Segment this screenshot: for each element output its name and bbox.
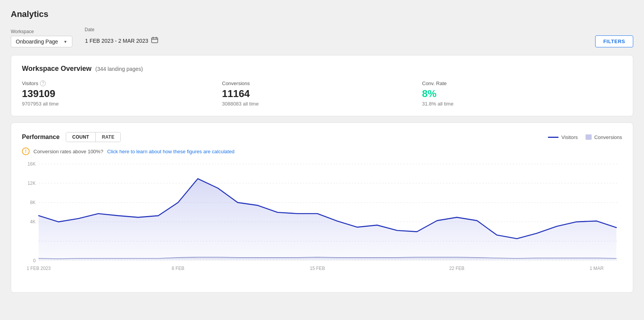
svg-rect-0	[152, 38, 158, 43]
metric-conversions-sub: 3088083 all time	[222, 101, 422, 107]
metric-visitors: Visitors ? 139109 9707953 all time	[22, 80, 222, 107]
chevron-down-icon: ▼	[63, 40, 67, 44]
legend-conversions-label: Conversions	[594, 134, 622, 140]
workspace-overview-card: Workspace Overview (344 landing pages) V…	[11, 55, 633, 116]
metric-conversions: Conversions 11164 3088083 all time	[222, 80, 422, 107]
info-icon[interactable]: ?	[40, 80, 46, 86]
date-value: 1 FEB 2023 - 2 MAR 2023	[85, 38, 148, 44]
svg-text:15 FEB: 15 FEB	[310, 265, 325, 271]
legend-visitors-label: Visitors	[561, 134, 577, 140]
warning-icon: !	[22, 147, 30, 155]
overview-header: Workspace Overview (344 landing pages)	[22, 65, 622, 73]
workspace-control: Workspace Onboarding Page ▼	[11, 29, 72, 47]
performance-title: Performance	[22, 134, 60, 141]
metric-conv-rate-sub: 31.8% all time	[422, 101, 622, 107]
svg-text:12K: 12K	[27, 181, 36, 186]
controls-row: Workspace Onboarding Page ▼ Date 1 FEB 2…	[11, 27, 633, 47]
svg-text:8K: 8K	[30, 200, 36, 206]
tab-count[interactable]: COUNT	[66, 132, 95, 142]
tab-group: COUNT RATE	[66, 132, 121, 142]
overview-title: Workspace Overview	[22, 65, 92, 73]
chart-area: 16K 12K 8K 4K 0 1 FEB 2023 8 FEB	[22, 160, 622, 283]
metrics-row: Visitors ? 139109 9707953 all time Conve…	[22, 80, 622, 107]
date-picker[interactable]: 1 FEB 2023 - 2 MAR 2023	[85, 34, 158, 47]
performance-card: Performance COUNT RATE Visitors Conversi…	[11, 122, 633, 293]
chart-legend: Visitors Conversions	[548, 134, 622, 140]
metric-visitors-sub: 9707953 all time	[22, 101, 222, 107]
filters-button[interactable]: FILTERS	[595, 35, 633, 47]
page-title: Analytics	[11, 9, 633, 19]
svg-text:8 FEB: 8 FEB	[172, 265, 184, 271]
metric-conv-rate-label: Conv. Rate	[422, 80, 622, 86]
calendar-icon	[151, 37, 158, 45]
info-banner-text: Conversion rates above 100%?	[33, 149, 103, 154]
metric-visitors-label: Visitors ?	[22, 80, 222, 86]
metric-conversions-label: Conversions	[222, 80, 422, 86]
metric-conv-rate: Conv. Rate 8% 31.8% all time	[422, 80, 622, 107]
svg-text:22 FEB: 22 FEB	[449, 265, 465, 271]
svg-text:4K: 4K	[30, 219, 36, 225]
svg-text:1 FEB 2023: 1 FEB 2023	[27, 265, 51, 271]
legend-conversions: Conversions	[586, 134, 622, 140]
info-banner-link[interactable]: Click here to learn about how these figu…	[107, 149, 234, 154]
svg-text:0: 0	[33, 258, 36, 263]
metric-conversions-value: 11164	[222, 88, 422, 100]
performance-header: Performance COUNT RATE Visitors Conversi…	[22, 132, 622, 142]
metric-visitors-value: 139109	[22, 88, 222, 100]
date-control: Date 1 FEB 2023 - 2 MAR 2023	[85, 27, 158, 47]
legend-visitors-line	[548, 137, 559, 138]
legend-visitors: Visitors	[548, 134, 577, 140]
chart-svg: 16K 12K 8K 4K 0 1 FEB 2023 8 FEB	[22, 160, 622, 283]
workspace-value: Onboarding Page	[16, 39, 58, 45]
svg-text:16K: 16K	[27, 161, 36, 167]
info-banner: ! Conversion rates above 100%? Click her…	[22, 147, 622, 155]
svg-text:1 MAR: 1 MAR	[590, 265, 604, 271]
overview-subtitle: (344 landing pages)	[95, 66, 143, 72]
workspace-select[interactable]: Onboarding Page ▼	[11, 36, 72, 47]
tab-rate[interactable]: RATE	[95, 132, 121, 142]
legend-conversions-bar	[586, 134, 592, 140]
metric-conv-rate-value: 8%	[422, 88, 622, 100]
date-label: Date	[85, 27, 158, 32]
workspace-label: Workspace	[11, 29, 72, 34]
